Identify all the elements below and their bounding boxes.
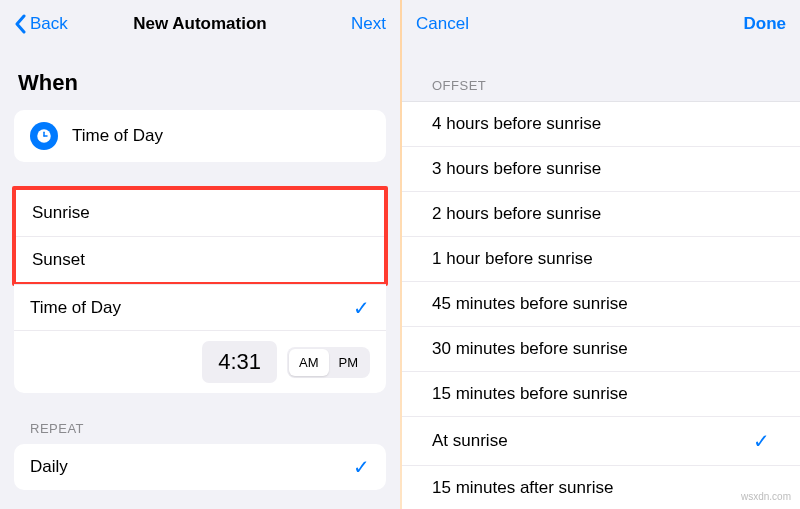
time-of-day-label: Time of Day	[72, 126, 163, 146]
repeat-daily-option[interactable]: Daily ✓	[14, 444, 386, 490]
time-of-day-summary-card[interactable]: Time of Day	[14, 110, 386, 162]
when-heading: When	[0, 48, 400, 110]
offset-option[interactable]: 4 hours before sunrise	[402, 102, 800, 147]
offset-option-selected[interactable]: At sunrise✓	[402, 417, 800, 466]
time-picker-row: 4:31 AM PM	[14, 330, 386, 393]
done-button[interactable]: Done	[726, 14, 786, 34]
offset-option[interactable]: 15 minutes before sunrise	[402, 372, 800, 417]
offset-option[interactable]: 2 hours before sunrise	[402, 192, 800, 237]
checkmark-icon: ✓	[353, 457, 370, 477]
offset-option[interactable]: 3 hours before sunrise	[402, 147, 800, 192]
offset-option[interactable]: 30 minutes before sunrise	[402, 327, 800, 372]
clock-icon	[30, 122, 58, 150]
chevron-left-icon	[14, 14, 26, 34]
checkmark-icon: ✓	[753, 429, 770, 453]
option-time-of-day[interactable]: Time of Day ✓	[14, 284, 386, 330]
watermark: wsxdn.com	[738, 490, 794, 503]
cancel-button[interactable]: Cancel	[416, 14, 476, 34]
back-label: Back	[30, 14, 68, 34]
back-button[interactable]: Back	[14, 14, 74, 34]
am-segment[interactable]: AM	[289, 349, 329, 376]
repeat-card: Daily ✓	[14, 444, 386, 490]
navbar-right: Cancel Done	[402, 0, 800, 48]
pm-segment[interactable]: PM	[329, 349, 369, 376]
offset-header: OFFSET	[402, 48, 800, 101]
offset-option[interactable]: 45 minutes before sunrise	[402, 282, 800, 327]
sun-options-highlight: Sunrise Sunset	[12, 186, 388, 286]
checkmark-icon: ✓	[353, 298, 370, 318]
ampm-segmented-control[interactable]: AM PM	[287, 347, 370, 378]
next-button[interactable]: Next	[326, 14, 386, 34]
repeat-header: REPEAT	[0, 407, 400, 444]
time-options-card: Time of Day ✓ 4:31 AM PM	[14, 284, 386, 393]
page-title: New Automation	[133, 14, 266, 34]
time-value-button[interactable]: 4:31	[202, 341, 277, 383]
offset-panel: Cancel Done OFFSET 4 hours before sunris…	[402, 0, 800, 509]
navbar-left: Back New Automation Next	[0, 0, 400, 48]
option-sunset[interactable]: Sunset	[16, 236, 384, 282]
offset-option[interactable]: 1 hour before sunrise	[402, 237, 800, 282]
offset-list: 4 hours before sunrise 3 hours before su…	[402, 101, 800, 509]
option-sunrise[interactable]: Sunrise	[16, 190, 384, 236]
new-automation-panel: Back New Automation Next When Time of Da…	[0, 0, 400, 509]
